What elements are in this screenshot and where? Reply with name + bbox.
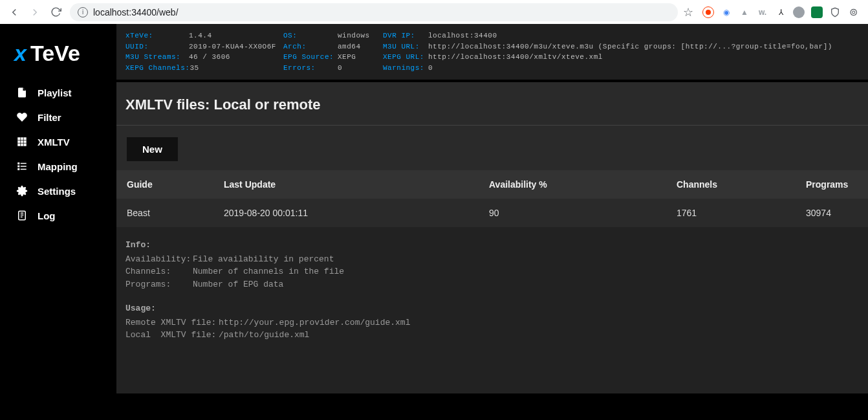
status-val: 46 / 3606 <box>189 52 273 63</box>
ext-icon-4[interactable]: w. <box>757 6 768 18</box>
back-button[interactable] <box>5 3 23 21</box>
forward-button[interactable] <box>26 3 44 21</box>
th-availability: Availability % <box>479 170 666 199</box>
svg-rect-3 <box>17 168 19 170</box>
cell-availability: 90 <box>479 199 666 227</box>
status-bar: xTeVe:1.4.4 OS:windows DVR IP:localhost:… <box>116 24 868 82</box>
info-val: Number of EPG data <box>193 278 283 291</box>
info-heading: Info: <box>125 239 859 252</box>
list-icon <box>16 160 28 172</box>
sidebar-item-label: Log <box>38 210 56 221</box>
status-key: M3U URL: <box>383 41 428 52</box>
ext-icon-3[interactable]: ▲ <box>739 6 750 18</box>
sidebar-item-mapping[interactable]: Mapping <box>0 154 116 179</box>
url-text: localhost:34400/web/ <box>93 7 179 17</box>
cell-programs: 30974 <box>796 199 868 227</box>
info-block: Info: Availability:File availability in … <box>116 227 868 393</box>
sidebar: xTeVe Playlist Filter XMLTV Mapping Sett… <box>0 24 116 420</box>
sidebar-item-label: Mapping <box>38 161 78 172</box>
svg-rect-4 <box>21 163 27 164</box>
status-val: windows <box>338 30 374 41</box>
status-key: OS: <box>283 30 338 41</box>
ext-icon-6[interactable] <box>793 6 805 18</box>
status-key: UUID: <box>125 41 189 52</box>
svg-rect-5 <box>21 166 27 167</box>
sidebar-item-playlist[interactable]: Playlist <box>0 80 116 105</box>
sidebar-item-xmltv[interactable]: XMLTV <box>0 129 116 154</box>
ext-icon-8[interactable] <box>829 6 841 18</box>
usage-val: http://your.epg.provider.com/guide.xml <box>219 316 410 329</box>
info-key: Availability: <box>125 253 193 266</box>
bookmark-star-icon[interactable]: ☆ <box>683 5 693 19</box>
site-info-icon[interactable]: i <box>78 7 88 17</box>
grid-icon <box>16 136 28 148</box>
usage-heading: Usage: <box>125 302 859 315</box>
info-val: Number of channels in the file <box>193 265 344 278</box>
ext-icon-2[interactable]: ◉ <box>721 6 732 18</box>
clipboard-icon <box>16 210 28 221</box>
status-val: http://localhost:34400/xmltv/xteve.xml <box>428 52 603 63</box>
status-val: 1.4.4 <box>189 30 273 41</box>
sidebar-item-settings[interactable]: Settings <box>0 179 116 203</box>
gear-icon <box>16 185 28 197</box>
cell-guide: Beast <box>116 199 213 227</box>
sidebar-item-label: Settings <box>38 186 76 197</box>
sidebar-item-log[interactable]: Log <box>0 203 116 228</box>
status-val: XEPG <box>338 52 374 63</box>
th-last-update: Last Update <box>213 170 479 199</box>
page-title: XMLTV files: Local or remote <box>116 82 868 126</box>
status-val: http://localhost:34400/m3u/xteve.m3u (Sp… <box>428 41 832 52</box>
url-bar[interactable]: i localhost:34400/web/ <box>70 3 678 21</box>
info-key: Programs: <box>125 278 193 291</box>
th-programs: Programs <box>796 170 868 199</box>
table-row[interactable]: Beast 2019-08-20 00:01:11 90 1761 30974 <box>116 199 868 227</box>
ext-icon-9[interactable]: ⊚ <box>847 6 859 18</box>
th-channels: Channels <box>666 170 796 199</box>
status-key: Arch: <box>283 41 338 52</box>
sidebar-item-filter[interactable]: Filter <box>0 105 116 129</box>
xmltv-table: Guide Last Update Availability % Channel… <box>116 170 868 227</box>
sidebar-item-label: XMLTV <box>38 137 70 148</box>
status-key: Errors: <box>283 63 338 74</box>
status-key: XEPG Channels: <box>125 63 190 74</box>
ext-icon-5[interactable]: ⅄ <box>775 6 787 18</box>
svg-rect-1 <box>17 162 19 164</box>
status-val: 35 <box>190 63 274 74</box>
main-content: xTeVe:1.4.4 OS:windows DVR IP:localhost:… <box>116 24 868 420</box>
info-val: File availability in percent <box>193 253 334 266</box>
usage-key: Local XMLTV file: <box>125 329 219 342</box>
cell-last-update: 2019-08-20 00:01:11 <box>213 199 479 227</box>
status-val: 0 <box>338 63 374 74</box>
svg-rect-6 <box>21 169 27 170</box>
cell-channels: 1761 <box>666 199 796 227</box>
file-icon <box>16 87 28 98</box>
info-key: Channels: <box>125 265 193 278</box>
heart-icon <box>16 111 28 123</box>
svg-rect-2 <box>17 166 19 168</box>
logo-teve: TeVe <box>30 41 80 66</box>
status-val: amd64 <box>338 41 374 52</box>
status-key: DVR IP: <box>383 30 428 41</box>
app-logo: xTeVe <box>0 36 116 80</box>
ext-icon-7[interactable] <box>811 6 823 18</box>
extension-icons: ◉ ▲ w. ⅄ ⊚ <box>699 6 863 18</box>
browser-toolbar: i localhost:34400/web/ ☆ ◉ ▲ w. ⅄ ⊚ <box>0 0 868 24</box>
status-key: EPG Source: <box>283 52 338 63</box>
usage-key: Remote XMLTV file: <box>125 316 219 329</box>
status-key: M3U Streams: <box>125 52 189 63</box>
logo-x: x <box>14 41 27 66</box>
ext-icon-1[interactable] <box>702 6 714 18</box>
reload-button[interactable] <box>47 3 65 21</box>
sidebar-item-label: Filter <box>38 112 61 123</box>
new-button[interactable]: New <box>127 137 178 161</box>
status-val: 0 <box>428 63 512 74</box>
status-key: Warnings: <box>383 63 428 74</box>
usage-val: /path/to/guide.xml <box>219 329 309 342</box>
status-val: localhost:34400 <box>428 30 512 41</box>
status-key: xTeVe: <box>125 30 189 41</box>
th-guide: Guide <box>116 170 213 199</box>
sidebar-item-label: Playlist <box>38 87 72 98</box>
status-key: XEPG URL: <box>383 52 428 63</box>
svg-rect-0 <box>17 137 27 146</box>
status-val: 2019-07-KUA4-XX0O6F <box>189 41 276 52</box>
